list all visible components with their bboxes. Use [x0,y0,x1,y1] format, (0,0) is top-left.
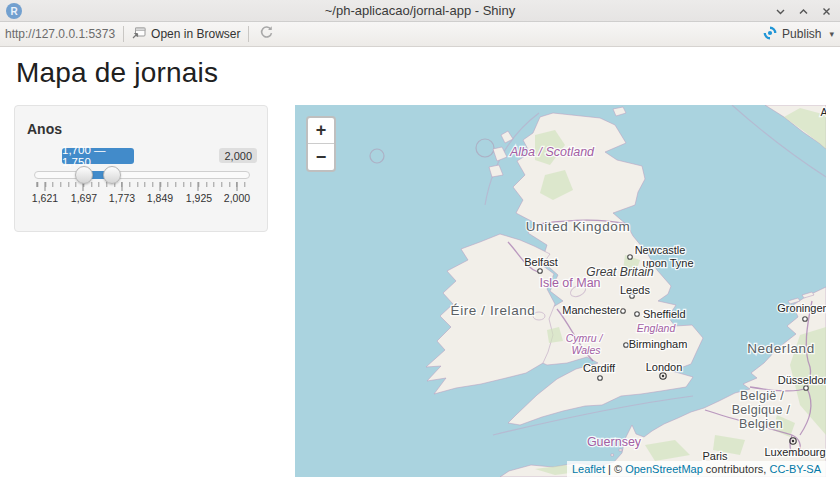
tick-label: 2,000 [217,192,257,204]
window-title: ~/ph-aplicacao/jornal-app - Shiny [0,3,840,18]
map-zoom-control: + − [306,116,336,172]
sheffield-marker [635,312,640,317]
slider-label: Anos [27,121,62,137]
maximize-icon[interactable] [798,6,809,17]
map-label-nederland: Nederland [747,341,815,356]
map-label-newcastle: Newcastle [635,244,686,256]
map-label-cymru: Cymru / [566,332,604,344]
map-label-luxembourg: Luxembourg [764,446,825,458]
toolbar-separator [248,26,249,42]
map-label-dusseldorf: Düsseldorf [778,374,826,386]
newcastle-marker [628,255,633,260]
belfast-marker [538,269,543,274]
license-link[interactable]: CC-BY-SA [769,463,821,475]
slider-from-to-label[interactable]: 1,700 — 1,750 [62,148,134,164]
map-label-groningen: Groningen [777,302,826,314]
slider-track[interactable] [34,171,250,179]
page-title: Mapa de jornais [16,57,218,89]
attribution-separator: | © [605,463,625,475]
map-label-isle-of-man: Isle of Man [539,276,600,290]
map-label-leeds: Leeds [620,284,650,296]
open-in-browser-label: Open in Browser [151,27,240,41]
slider-handle-to[interactable] [103,166,121,184]
map-label-eire-ireland: Éire / Ireland [451,303,536,318]
map-label-england: England [637,322,677,334]
map-label-wales: Wales [572,344,602,356]
app-url: http://127.0.0.1:5373 [5,27,115,41]
minimize-icon[interactable] [775,6,786,17]
publish-icon [763,26,777,43]
map-label-birmingham: Birmingham [629,338,688,350]
refresh-icon[interactable] [259,25,274,43]
map-label-scotland: Alba / Scotland [509,145,595,159]
dusseldorf-marker [804,386,809,391]
map-label-guernsey: Guernsey [587,435,642,449]
publish-caret-icon[interactable]: ▾ [829,29,834,39]
tick-label: 1,925 [179,192,219,204]
leaflet-map[interactable]: Alba / Scotland United Kingdom Newcastle… [295,105,826,477]
slider-handle-from[interactable] [75,166,93,184]
map-label-cardiff: Cardiff [583,362,616,374]
birmingham-marker [624,343,629,348]
publish-button[interactable]: Publish ▾ [763,26,834,43]
tick-label: 1,773 [102,192,142,204]
map-label-belgique: Belgique / [732,403,791,417]
map-label-london: London [646,361,683,373]
zoom-out-button[interactable]: − [308,144,334,170]
cardiff-marker [598,376,603,381]
map-label-united-kingdom: United Kingdom [526,219,630,234]
sidebar-panel: Anos 1,700 — 1,750 2,000 1,621 1,697 1,7… [14,105,268,232]
map-canvas: Alba / Scotland United Kingdom Newcastle… [295,105,826,477]
open-in-browser-button[interactable]: Open in Browser [132,27,240,42]
tick-label: 1,697 [64,192,104,204]
publish-label: Publish [782,27,821,41]
tick-label: 1,621 [25,192,65,204]
openstreetmap-link[interactable]: OpenStreetMap [625,463,703,475]
map-label-norway-partial: A [820,106,826,118]
viewer-toolbar: http://127.0.0.1:5373 Open in Browser Pu… [0,22,840,47]
r-logo-icon: R [6,3,22,19]
close-icon[interactable] [821,6,832,17]
slider-major-ticks [34,182,250,191]
map-label-manchester: Manchester [562,304,620,316]
map-label-belgie: België / [740,389,784,403]
toolbar-separator [123,26,124,42]
groningen-marker [803,317,808,322]
map-label-belfast: Belfast [524,256,558,268]
tick-label: 1,849 [140,192,180,204]
open-in-browser-icon [132,27,146,42]
attribution-contributors: contributors, [703,463,770,475]
slider-max-label: 2,000 [219,148,257,163]
map-label-sheffield: Sheffield [643,308,686,320]
zoom-in-button[interactable]: + [308,118,334,144]
map-label-belgien: Belgien [739,417,783,431]
manchester-marker [621,309,626,314]
map-attribution: Leaflet | © OpenStreetMap contributors, … [567,461,826,477]
leaflet-link[interactable]: Leaflet [572,463,605,475]
title-bar: R ~/ph-aplicacao/jornal-app - Shiny [0,0,840,22]
